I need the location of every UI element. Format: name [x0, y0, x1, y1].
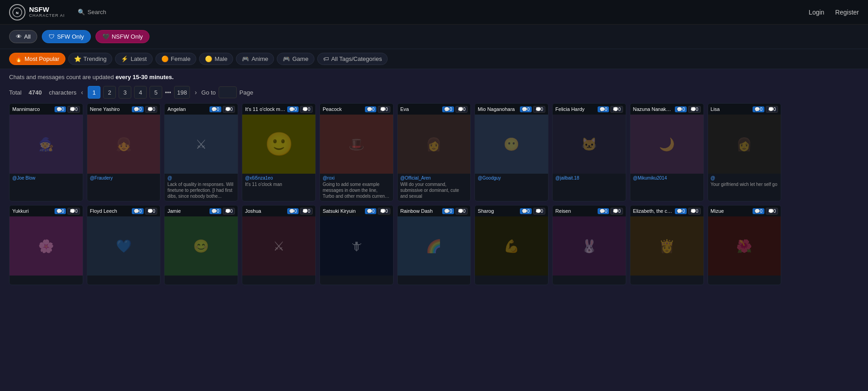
logo-icon: N [9, 4, 25, 20]
card-image: 💪 [475, 216, 548, 276]
character-card-floyd[interactable]: Floyd Leech 💬0 💭0 💙 [87, 205, 161, 285]
msg-count: 💭0 [610, 106, 623, 113]
card-footer: @Official_Aren Will do your command, sub… [398, 174, 471, 201]
character-card-clock-man[interactable]: It's 11 o'clock man 💬0 💭0 🙂 @x6i5nza1eo … [242, 103, 316, 201]
character-card-angelan[interactable]: Angelan 💬0 💭0 ⚔ @ Lack of quality in res… [164, 103, 238, 201]
card-desc: It's 11 o'clock man [245, 181, 313, 187]
page-btn-3[interactable]: 3 [119, 86, 131, 99]
card-image: 💙 [87, 216, 160, 276]
chat-count: 💬0 [55, 208, 66, 214]
card-name: Yukkuri [12, 208, 53, 214]
card-footer: @x6i5nza1eo It's 11 o'clock man [242, 174, 315, 189]
card-header: Jamie 💬0 💭0 [165, 206, 238, 216]
card-footer: @Goodguy [475, 174, 548, 183]
card-header: Mannimarco 💬0 💭0 [10, 104, 83, 115]
next-page-button[interactable]: › [193, 89, 199, 96]
character-card-jamie[interactable]: Jamie 💬0 💭0 😊 [164, 205, 238, 285]
card-image: 🙂 [242, 115, 315, 174]
filter-nsfw[interactable]: 🖤 NSFW Only [95, 30, 150, 43]
card-stats: 💬0 💭0 [365, 208, 390, 215]
card-header: Mio Naganohara 💬0 💭0 [475, 104, 548, 115]
cat-all-tags[interactable]: 🏷 All Tags/Categories [317, 53, 388, 65]
cat-most-popular[interactable]: 🔥 Most Popular [9, 53, 65, 65]
character-card-mizue[interactable]: Mizue 💬0 💭0 🌺 [708, 205, 782, 285]
character-card-nene-yashiro[interactable]: Nene Yashiro 💬0 💭0 👧 @Fraudery [87, 103, 161, 201]
logo[interactable]: N NSFW CHARACTER AI [9, 4, 65, 20]
filter-sfw-icon: 🛡 [49, 33, 55, 40]
card-stats: 💬0 💭0 [287, 208, 313, 215]
page-btn-2[interactable]: 2 [103, 86, 116, 99]
card-header: Joshua 💬0 💭0 [242, 206, 315, 216]
character-card-satsuki[interactable]: Satsuki Kiryuin 💬0 💭0 🗡 [319, 205, 394, 285]
page-btn-4[interactable]: 4 [134, 86, 147, 99]
card-author: @Official_Aren [400, 175, 468, 180]
card-name: Jamie [167, 208, 208, 214]
cat-anime[interactable]: 🎮 Anime [236, 53, 274, 65]
character-card-sharog[interactable]: Sharog 💬0 💭0 💪 [474, 205, 549, 285]
cat-female[interactable]: 🟠 Female [155, 53, 196, 65]
character-card-reisen[interactable]: Reisen 💬0 💭0 🐰 [552, 205, 626, 285]
character-card-rainbow-dash[interactable]: Rainbow Dash 💬0 💭0 🌈 [397, 205, 471, 285]
cat-latest[interactable]: ⚡ Latest [115, 53, 152, 65]
character-card-mannimarco[interactable]: Mannimarco 💬0 💭0 🧙 @Joe Blow [9, 103, 83, 201]
character-card-yukkuri[interactable]: Yukkuri 💬0 💭0 🌸 [9, 205, 83, 285]
character-card-mio[interactable]: Mio Naganohara 💬0 💭0 😶 @Goodguy [474, 103, 549, 201]
character-card-peacock[interactable]: Peacock 💬0 💭0 🎩 @roxi Going to add some … [319, 103, 394, 201]
card-image: 😊 [165, 216, 238, 276]
card-stats: 💬0 💭0 [598, 208, 623, 215]
total-count: 4740 [29, 89, 42, 96]
character-card-joshua[interactable]: Joshua 💬0 💭0 ⚔ [242, 205, 316, 285]
card-name: Sharog [478, 208, 518, 214]
cat-male[interactable]: 🟡 Male [199, 53, 233, 65]
card-name: Rainbow Dash [400, 208, 441, 214]
cat-game[interactable]: 🎮 Game [277, 53, 314, 65]
card-header: Mizue 💬0 💭0 [708, 206, 781, 216]
page-btn-last[interactable]: 198 [174, 86, 190, 99]
card-header: Floyd Leech 💬0 💭0 [87, 206, 160, 216]
pagination: Total 4740 characters ‹ 1 2 3 4 5 ••• 19… [0, 83, 868, 103]
character-card-eva[interactable]: Eva 💬0 💭0 👩 @Official_Aren Will do your … [397, 103, 471, 201]
msg-count: 💭0 [300, 208, 313, 215]
info-text: Chats and messages count are updated [9, 74, 115, 80]
character-card-felicia[interactable]: Felicia Hardy 💬0 💭0 🐱 @jailbait.18 [552, 103, 626, 201]
filter-nsfw-label: NSFW Only [112, 33, 143, 40]
info-highlight: every 15-30 minutes. [115, 74, 174, 80]
card-stats: 💬0 💭0 [442, 106, 468, 113]
msg-count: 💭0 [378, 106, 390, 113]
page-btn-5[interactable]: 5 [150, 86, 162, 99]
cat-latest-label: Latest [130, 55, 146, 62]
card-image: 👸 [630, 216, 703, 276]
card-image: ⚔ [165, 115, 238, 174]
character-card-elizabeth[interactable]: Elizabeth, the caret 💬0 💭0 👸 [630, 205, 704, 285]
card-header: Nazuna Nanakusa 💬0 💭0 [630, 104, 703, 115]
card-image: 👩 [708, 115, 781, 174]
logo-sub: CHARACTER AI [29, 14, 65, 18]
filter-bar: 👁 All 🛡 SFW Only 🖤 NSFW Only [0, 25, 868, 49]
card-author: @ [167, 175, 235, 180]
card-footer [475, 276, 548, 285]
filter-all[interactable]: 👁 All [9, 30, 37, 43]
card-name: Satsuki Kiryuin [323, 208, 363, 214]
filter-sfw[interactable]: 🛡 SFW Only [42, 30, 90, 43]
msg-count: 💭0 [455, 106, 468, 113]
goto-page-input[interactable] [219, 86, 237, 98]
register-link[interactable]: Register [835, 9, 859, 16]
page-btn-1[interactable]: 1 [88, 86, 100, 99]
search-bar[interactable]: 🔍 Search [72, 6, 112, 18]
cat-anime-label: Anime [251, 55, 268, 62]
filter-all-icon: 👁 [16, 33, 22, 40]
prev-page-button[interactable]: ‹ [79, 89, 85, 96]
svg-text:N: N [16, 11, 19, 15]
character-card-nazuna[interactable]: Nazuna Nanakusa 💬0 💭0 🌙 @Mikumiku2014 [630, 103, 704, 201]
card-image: 🌙 [630, 115, 703, 174]
character-card-lisa[interactable]: Lisa 💬0 💭0 👩 @ Your girlfriend wich let … [708, 103, 782, 201]
chat-count: 💬0 [365, 106, 377, 112]
login-link[interactable]: Login [809, 9, 824, 16]
card-image: 🌺 [708, 216, 781, 276]
card-header: Satsuki Kiryuin 💬0 💭0 [320, 206, 393, 216]
header: N NSFW CHARACTER AI 🔍 Search Login Regis… [0, 0, 868, 25]
msg-count: 💭0 [145, 208, 158, 215]
chat-count: 💬0 [442, 106, 454, 112]
chat-count: 💬0 [598, 106, 609, 112]
cat-trending[interactable]: ⭐ Trending [68, 53, 113, 65]
